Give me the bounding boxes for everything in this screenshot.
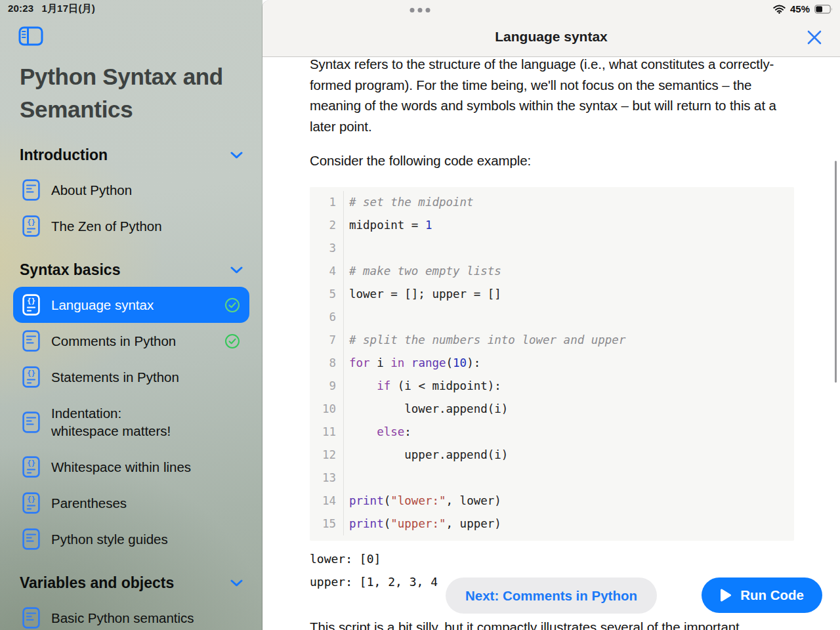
code-text: midpoint = 1 — [344, 214, 432, 237]
code-block: 1# set the midpoint2midpoint = 134# make… — [310, 187, 794, 541]
doc-code-icon: {} — [22, 456, 40, 478]
line-number: 3 — [310, 237, 344, 260]
line-number: 2 — [310, 214, 344, 237]
battery-percent: 45% — [790, 3, 810, 14]
close-icon — [806, 38, 823, 48]
lesson-paragraph-2: Consider the following code example: — [310, 150, 794, 171]
section-heading-label: Introduction — [20, 146, 108, 164]
code-text: if (i < midpoint): — [344, 375, 501, 398]
battery-icon — [814, 5, 833, 14]
line-number: 5 — [310, 283, 344, 306]
completed-check-icon — [224, 333, 240, 349]
chevron-down-icon[interactable] — [230, 579, 243, 587]
wifi-icon — [773, 5, 786, 14]
code-line: 3 — [310, 237, 794, 260]
sidebar-section-heading-introduction[interactable]: Introduction — [20, 146, 243, 164]
sidebar-toggle-icon — [18, 38, 43, 48]
sidebar-item-the-zen-of-python[interactable]: {} The Zen of Python — [13, 208, 249, 244]
sidebar-item-label: Python style guides — [51, 530, 168, 548]
chevron-down-icon[interactable] — [230, 152, 243, 159]
status-date: 1月17日(月) — [41, 3, 95, 15]
sidebar-item-language-syntax[interactable]: {} Language syntax — [13, 287, 249, 323]
line-number: 6 — [310, 306, 344, 329]
doc-text-icon — [22, 607, 40, 629]
code-line: 13 — [310, 467, 794, 490]
run-code-button[interactable]: Run Code — [702, 578, 822, 613]
code-line: 5lower = []; upper = [] — [310, 283, 794, 306]
line-number: 13 — [310, 467, 344, 490]
line-number: 4 — [310, 260, 344, 283]
code-line: 14print("lower:", lower) — [310, 490, 794, 513]
line-number: 10 — [310, 398, 344, 421]
code-line: 12 upper.append(i) — [310, 444, 794, 467]
sidebar: 20:23 1月17日(月) Python Syntax and Semanti… — [0, 0, 262, 630]
code-line: 4# make two empty lists — [310, 260, 794, 283]
doc-text-icon — [22, 330, 40, 352]
sidebar-item-label: The Zen of Python — [51, 217, 162, 235]
chevron-down-icon[interactable] — [230, 266, 243, 274]
code-text: lower = []; upper = [] — [344, 283, 501, 306]
next-lesson-label: Next: Comments in Python — [465, 588, 637, 603]
line-number: 8 — [310, 352, 344, 375]
line-number: 12 — [310, 444, 344, 467]
code-text — [344, 467, 349, 490]
panel-header: 45% Language syntax — [262, 0, 840, 57]
panel-title: Language syntax — [262, 29, 840, 45]
status-time: 20:23 — [8, 3, 33, 15]
svg-text:{}: {} — [27, 218, 35, 226]
next-lesson-button[interactable]: Next: Comments in Python — [446, 578, 657, 614]
section-heading-label: Syntax basics — [20, 261, 120, 279]
sidebar-item-indentation-whitespace-matters[interactable]: Indentation:whitespace matters! — [13, 395, 249, 449]
section-heading-label: Variables and objects — [20, 574, 174, 592]
close-button[interactable] — [805, 28, 824, 47]
sidebar-item-about-python[interactable]: About Python — [13, 172, 249, 208]
code-text: # set the midpoint — [344, 191, 474, 214]
sidebar-item-parentheses[interactable]: {} Parentheses — [13, 485, 249, 521]
sidebar-item-label: Basic Python semantics — [51, 609, 194, 627]
code-line: 10 lower.append(i) — [310, 398, 794, 421]
status-bar-right: 45% — [773, 3, 833, 14]
code-line: 15print("upper:", upper) — [310, 513, 794, 536]
code-text: # split the numbers into lower and upper — [344, 329, 625, 352]
code-line: 6 — [310, 306, 794, 329]
sidebar-item-statements-in-python[interactable]: {} Statements in Python — [13, 359, 249, 395]
detail-panel: 45% Language syntax Synt — [262, 0, 840, 630]
code-line: 2midpoint = 1 — [310, 214, 794, 237]
sidebar-item-label: Comments in Python — [51, 332, 176, 350]
sidebar-item-comments-in-python[interactable]: Comments in Python — [13, 323, 249, 359]
sidebar-item-label: Parentheses — [51, 494, 127, 512]
doc-text-icon — [22, 528, 40, 550]
svg-text:{}: {} — [27, 495, 35, 503]
scrollbar-thumb[interactable] — [835, 161, 837, 383]
sidebar-section-heading-syntax-basics[interactable]: Syntax basics — [20, 261, 243, 279]
course-title: Python Syntax and Semantics — [20, 60, 246, 126]
code-line: 9 if (i < midpoint): — [310, 375, 794, 398]
doc-code-icon: {} — [22, 215, 40, 237]
code-line: 1# set the midpoint — [310, 191, 794, 214]
line-number: 9 — [310, 375, 344, 398]
sidebar-toggle-button[interactable] — [18, 26, 43, 46]
code-text: lower.append(i) — [344, 398, 508, 421]
lesson-paragraph: Syntax refers to the structure of the la… — [310, 57, 794, 136]
doc-text-icon — [22, 411, 40, 433]
svg-text:{}: {} — [27, 459, 35, 467]
doc-text-icon — [22, 179, 40, 201]
sidebar-item-whitespace-within-lines[interactable]: {} Whitespace within lines — [13, 449, 249, 485]
screen: 20:23 1月17日(月) Python Syntax and Semanti… — [0, 0, 840, 630]
code-line: 7# split the numbers into lower and uppe… — [310, 329, 794, 352]
code-text — [344, 237, 349, 260]
code-text — [344, 306, 349, 329]
sidebar-item-python-style-guides[interactable]: Python style guides — [13, 521, 249, 557]
sidebar-item-label: Whitespace within lines — [51, 458, 191, 476]
sidebar-nav: Introduction About Python {} The Zen of … — [13, 134, 249, 630]
doc-code-icon: {} — [22, 294, 40, 316]
output-line: lower: [0] — [310, 547, 794, 570]
play-icon — [720, 589, 732, 602]
sidebar-section-heading-variables-and-objects[interactable]: Variables and objects — [20, 574, 243, 592]
svg-text:{}: {} — [27, 297, 35, 305]
closing-paragraph: This script is a bit silly, but it compa… — [310, 617, 794, 630]
lesson-content[interactable]: Syntax refers to the structure of the la… — [262, 57, 840, 630]
multitasking-dots-icon[interactable] — [410, 8, 430, 12]
code-text: print("upper:", upper) — [344, 513, 501, 536]
sidebar-item-basic-python-semantics[interactable]: Basic Python semantics — [13, 600, 249, 630]
